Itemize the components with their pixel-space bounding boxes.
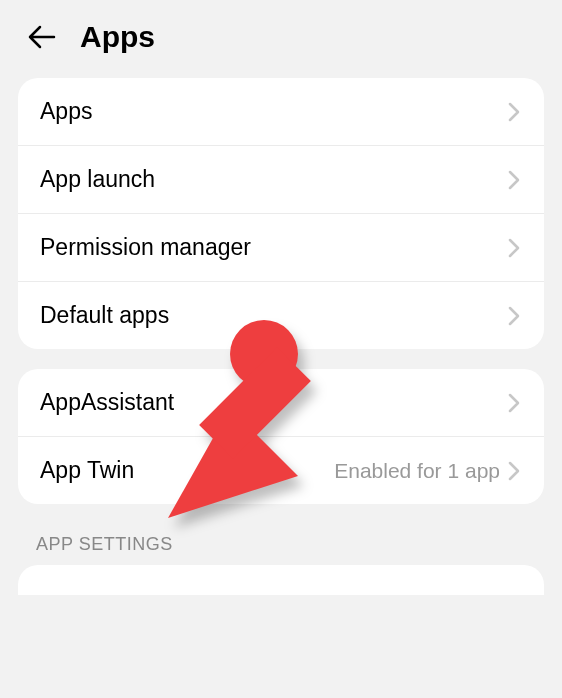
chevron-right-icon [504, 461, 524, 481]
item-right [504, 102, 524, 122]
item-right [504, 170, 524, 190]
item-right [504, 393, 524, 413]
list-item-permission-manager[interactable]: Permission manager [18, 214, 544, 282]
chevron-right-icon [504, 393, 524, 413]
item-label: Permission manager [40, 234, 251, 261]
list-item-default-apps[interactable]: Default apps [18, 282, 544, 349]
chevron-right-icon [504, 170, 524, 190]
item-label: AppAssistant [40, 389, 174, 416]
item-right: Enabled for 1 app [334, 459, 524, 483]
item-right [504, 306, 524, 326]
item-right [504, 238, 524, 258]
back-arrow-icon [28, 25, 56, 49]
section-header-app-settings: APP SETTINGS [0, 524, 562, 565]
list-item-app-launch[interactable]: App launch [18, 146, 544, 214]
back-button[interactable] [28, 23, 56, 51]
settings-card-3 [18, 565, 544, 595]
item-label: App Twin [40, 457, 134, 484]
header: Apps [0, 0, 562, 78]
list-item-app-twin[interactable]: App Twin Enabled for 1 app [18, 437, 544, 504]
item-label: Default apps [40, 302, 169, 329]
page-title: Apps [80, 20, 155, 54]
item-label: App launch [40, 166, 155, 193]
chevron-right-icon [504, 238, 524, 258]
list-item-app-assistant[interactable]: AppAssistant [18, 369, 544, 437]
item-label: Apps [40, 98, 92, 125]
settings-card-2: AppAssistant App Twin Enabled for 1 app [18, 369, 544, 504]
chevron-right-icon [504, 306, 524, 326]
item-value: Enabled for 1 app [334, 459, 500, 483]
chevron-right-icon [504, 102, 524, 122]
settings-card-1: Apps App launch Permission manager Defau… [18, 78, 544, 349]
list-item-apps[interactable]: Apps [18, 78, 544, 146]
